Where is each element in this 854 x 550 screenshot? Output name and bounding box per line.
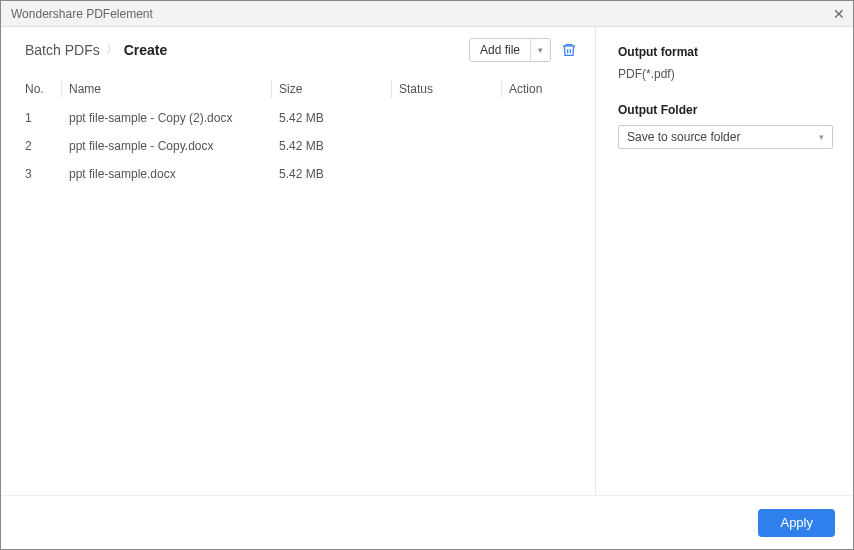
cell-no: 2 <box>1 132 61 160</box>
close-icon[interactable]: ✕ <box>833 6 845 22</box>
chevron-down-icon: ▾ <box>538 45 543 55</box>
table-header-row: No. Name Size Status Action <box>1 74 595 104</box>
breadcrumb-current: Create <box>124 42 168 58</box>
right-panel: Output format PDF(*.pdf) Output Folder S… <box>596 27 853 495</box>
output-format-value: PDF(*.pdf) <box>618 67 833 81</box>
col-size: Size <box>271 74 391 104</box>
add-file-button[interactable]: Add file <box>470 39 530 61</box>
cell-size: 5.42 MB <box>271 132 391 160</box>
trash-icon <box>561 42 577 58</box>
add-file-dropdown[interactable]: ▾ <box>530 39 550 61</box>
cell-status <box>391 160 501 188</box>
apply-button[interactable]: Apply <box>758 509 835 537</box>
col-status: Status <box>391 74 501 104</box>
cell-no: 3 <box>1 160 61 188</box>
content: Batch PDFs 〉 Create Add file ▾ No. <box>1 27 853 495</box>
cell-name: ppt file-sample - Copy.docx <box>61 132 271 160</box>
window-title: Wondershare PDFelement <box>11 7 153 21</box>
cell-action <box>501 132 595 160</box>
left-panel: Batch PDFs 〉 Create Add file ▾ No. <box>1 27 596 495</box>
cell-status <box>391 132 501 160</box>
file-table: No. Name Size Status Action 1 ppt file-s… <box>1 74 595 188</box>
titlebar: Wondershare PDFelement ✕ <box>1 1 853 27</box>
cell-no: 1 <box>1 104 61 132</box>
chevron-down-icon: ▾ <box>819 132 824 142</box>
output-folder-value: Save to source folder <box>627 130 740 144</box>
output-format-label: Output format <box>618 45 833 59</box>
delete-button[interactable] <box>561 42 577 58</box>
cell-name: ppt file-sample.docx <box>61 160 271 188</box>
cell-name: ppt file-sample - Copy (2).docx <box>61 104 271 132</box>
col-name: Name <box>61 74 271 104</box>
breadcrumb-parent[interactable]: Batch PDFs <box>25 42 100 58</box>
cell-size: 5.42 MB <box>271 104 391 132</box>
output-folder-label: Output Folder <box>618 103 833 117</box>
table-row[interactable]: 3 ppt file-sample.docx 5.42 MB <box>1 160 595 188</box>
add-file-split-button: Add file ▾ <box>469 38 551 62</box>
table-row[interactable]: 2 ppt file-sample - Copy.docx 5.42 MB <box>1 132 595 160</box>
cell-action <box>501 160 595 188</box>
col-no: No. <box>1 74 61 104</box>
cell-status <box>391 104 501 132</box>
cell-size: 5.42 MB <box>271 160 391 188</box>
output-folder-select[interactable]: Save to source folder ▾ <box>618 125 833 149</box>
col-action: Action <box>501 74 595 104</box>
footer: Apply <box>1 495 853 549</box>
table-row[interactable]: 1 ppt file-sample - Copy (2).docx 5.42 M… <box>1 104 595 132</box>
chevron-right-icon: 〉 <box>106 41 118 58</box>
cell-action <box>501 104 595 132</box>
